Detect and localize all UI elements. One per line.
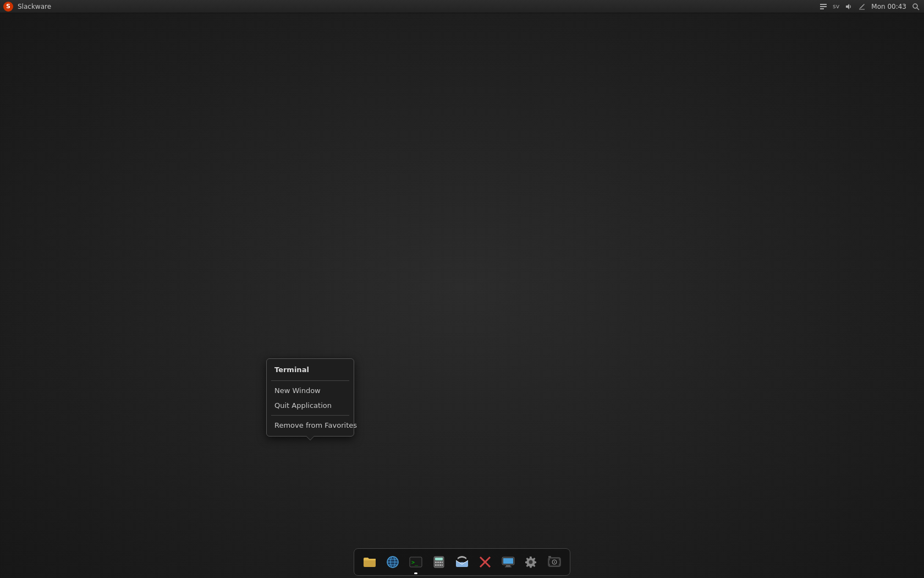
svg-rect-23 bbox=[439, 564, 441, 566]
svg-rect-29 bbox=[506, 565, 510, 566]
edit-icon[interactable] bbox=[858, 3, 866, 10]
svg-rect-37 bbox=[548, 564, 550, 566]
dock-item-close[interactable] bbox=[474, 551, 496, 573]
dock-item-settings[interactable] bbox=[520, 551, 542, 573]
svg-rect-38 bbox=[559, 564, 560, 566]
svg-rect-21 bbox=[435, 564, 437, 566]
svg-point-40 bbox=[554, 561, 555, 563]
svg-rect-19 bbox=[439, 561, 441, 563]
dock-item-screenshot[interactable] bbox=[543, 551, 565, 573]
context-menu-item-new-window[interactable]: New Window bbox=[267, 383, 354, 398]
sv-label[interactable]: sv bbox=[833, 3, 839, 10]
svg-rect-16 bbox=[435, 558, 443, 560]
svg-rect-24 bbox=[442, 564, 443, 566]
svg-rect-17 bbox=[435, 561, 437, 563]
svg-rect-35 bbox=[548, 558, 550, 560]
volume-icon[interactable] bbox=[845, 3, 853, 10]
context-menu-item-quit-application[interactable]: Quit Application bbox=[267, 398, 354, 413]
slackware-logo-icon[interactable]: S bbox=[3, 2, 13, 12]
svg-rect-36 bbox=[559, 558, 560, 560]
svg-rect-18 bbox=[437, 561, 439, 563]
svg-point-31 bbox=[529, 560, 533, 564]
svg-rect-2 bbox=[820, 8, 824, 9]
svg-point-5 bbox=[913, 4, 917, 8]
bottom-dock: >_ bbox=[354, 548, 570, 576]
dock-item-terminal[interactable]: >_ bbox=[405, 551, 427, 573]
context-menu: Terminal New Window Quit Application Rem… bbox=[266, 358, 354, 437]
svg-text:>_: >_ bbox=[411, 559, 419, 566]
context-menu-separator-1 bbox=[271, 380, 349, 381]
svg-rect-30 bbox=[505, 566, 512, 568]
svg-rect-22 bbox=[437, 564, 439, 566]
svg-rect-1 bbox=[820, 6, 827, 7]
window-list-icon[interactable] bbox=[820, 3, 827, 10]
dock-item-files[interactable] bbox=[359, 551, 381, 573]
clock-label: Mon 00:43 bbox=[871, 3, 906, 10]
svg-rect-20 bbox=[442, 561, 443, 563]
context-menu-item-remove-favorites[interactable]: Remove from Favorites bbox=[267, 418, 354, 433]
context-menu-separator-2 bbox=[271, 415, 349, 416]
dock-item-browser[interactable] bbox=[382, 551, 404, 573]
dock-item-calculator[interactable] bbox=[428, 551, 450, 573]
context-menu-title: Terminal bbox=[267, 362, 354, 378]
dock-item-mail[interactable] bbox=[451, 551, 473, 573]
svg-rect-28 bbox=[503, 558, 513, 564]
svg-rect-34 bbox=[548, 556, 551, 558]
panel-left: S Slackware bbox=[0, 2, 51, 12]
svg-line-6 bbox=[917, 8, 919, 10]
desktop bbox=[0, 0, 924, 578]
dock-item-display[interactable] bbox=[497, 551, 519, 573]
svg-rect-0 bbox=[820, 4, 827, 5]
search-icon[interactable] bbox=[912, 3, 920, 10]
app-name-label: Slackware bbox=[18, 3, 51, 10]
svg-marker-3 bbox=[846, 4, 849, 9]
top-panel: S Slackware sv bbox=[0, 0, 924, 13]
panel-right: sv Mon 00:43 bbox=[820, 3, 924, 10]
